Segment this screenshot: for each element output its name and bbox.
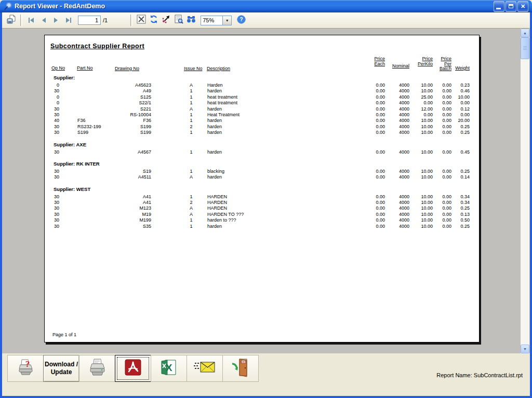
column-header-op-no: Op No xyxy=(51,66,65,71)
download-update-button[interactable]: Download / Update xyxy=(43,355,79,382)
report-cell: 1 xyxy=(186,149,196,155)
report-cell: 30 xyxy=(49,194,59,199)
toggle-group-tree-button[interactable] xyxy=(135,14,148,26)
report-cell: 0.14 xyxy=(438,174,470,180)
report-cell: Heat Treatment xyxy=(207,112,240,117)
next-page-button[interactable] xyxy=(52,16,60,24)
printer-question-icon: ? xyxy=(15,358,36,379)
report-cell: 20.00 xyxy=(438,118,470,123)
pdf-icon xyxy=(125,359,141,378)
supplier-group: Supplier: RK INTER30S191blacking0.004000… xyxy=(45,161,480,181)
report-cell: 0.25 xyxy=(438,205,470,211)
scrollbar-thumb[interactable] xyxy=(521,37,529,59)
last-page-button[interactable] xyxy=(64,16,73,24)
refresh-icon xyxy=(149,15,158,26)
report-cell: 1 xyxy=(186,224,196,229)
print-help-button[interactable]: ? xyxy=(7,355,44,382)
page-number-input[interactable] xyxy=(78,16,101,25)
report-row: 30M19AHARDEN TO ???0.00400010.000.000.13 xyxy=(45,212,480,217)
report-cell: S19 xyxy=(107,169,151,174)
scroll-down-icon[interactable]: ▼ xyxy=(521,345,529,353)
report-workspace: Subcontract Supplier Report Op No Part N… xyxy=(2,29,530,353)
report-row: 30A491harden0.00400010.000.000.46 xyxy=(45,88,480,94)
print-button[interactable] xyxy=(79,355,115,382)
minimize-button[interactable] xyxy=(494,1,504,12)
report-cell: 40 xyxy=(49,118,59,123)
window-border-right xyxy=(530,12,532,398)
report-cell: A4511 xyxy=(107,174,151,180)
report-cell: 1 xyxy=(186,130,196,135)
viewer-toolbar: /1 xyxy=(2,12,530,29)
report-row: 30A411HARDEN0.00400010.000.000.34 xyxy=(45,194,480,200)
report-cell: harden xyxy=(207,149,222,155)
search-expert-button[interactable] xyxy=(172,14,185,26)
report-cell: 2 xyxy=(186,200,196,205)
email-icon xyxy=(194,360,216,377)
excel-icon: X xyxy=(160,359,178,378)
report-cell: 0.25 xyxy=(438,130,470,135)
export-excel-button[interactable]: X xyxy=(151,355,187,382)
export-pdf-button[interactable] xyxy=(115,355,151,382)
report-viewer-window: Report Viewer - RedAntDemo ✕ xyxy=(0,0,532,398)
svg-text:X: X xyxy=(166,362,172,373)
report-cell: blacking xyxy=(207,169,224,174)
toolbar-separator xyxy=(130,15,132,26)
report-cell: 0.13 xyxy=(438,212,470,217)
toolbar-separator xyxy=(20,15,22,26)
report-cell: 0.00 xyxy=(438,112,470,117)
report-cell: 30 xyxy=(49,174,59,180)
report-cell: 0 xyxy=(49,94,59,100)
svg-text:EXIT: EXIT xyxy=(241,361,246,363)
report-cell: HARDEN xyxy=(207,194,227,199)
report-cell: 0 xyxy=(49,100,59,105)
find-text-button[interactable] xyxy=(185,14,197,26)
chevron-down-icon[interactable]: ▼ xyxy=(222,16,231,25)
report-row: 30S199S1991harden0.00400010.000.000.25 xyxy=(45,130,480,135)
report-cell: heat treatment xyxy=(207,94,237,100)
report-cell: 30 xyxy=(49,205,59,211)
report-cell: 0.50 xyxy=(438,217,470,223)
report-cell: A xyxy=(186,174,196,180)
close-button[interactable]: ✕ xyxy=(517,1,528,12)
goto-page-button[interactable] xyxy=(160,14,172,26)
report-cell: 30 xyxy=(49,149,59,155)
exit-button[interactable]: EXIT xyxy=(222,355,259,382)
report-row: 30RS232-199S1992harden0.00400010.000.000… xyxy=(45,124,480,130)
zoom-value: 75% xyxy=(201,16,222,25)
supplier-label: Supplier: xyxy=(45,75,480,83)
report-cell: 1 xyxy=(186,100,196,105)
email-button[interactable] xyxy=(187,355,223,382)
report-row: 30M1991harden to ???0.00400010.000.000.5… xyxy=(45,217,480,223)
report-title: Subcontract Supplier Report xyxy=(50,43,144,50)
vertical-scrollbar[interactable]: ▲ ▼ xyxy=(521,29,529,353)
export-report-button[interactable] xyxy=(5,14,18,26)
scroll-up-icon[interactable]: ▲ xyxy=(521,29,529,37)
report-cell: 1 xyxy=(186,118,196,123)
report-cell: RS-10004 xyxy=(107,112,151,117)
printer-icon xyxy=(87,358,108,379)
toggle-group-tree-icon xyxy=(137,15,146,26)
report-cell: 30 xyxy=(49,130,59,135)
first-page-button[interactable] xyxy=(27,16,35,24)
report-row: 40F36F361harden0.00400010.000.0020.00 xyxy=(45,118,480,123)
report-cell: 30 xyxy=(49,217,59,223)
zoom-select[interactable]: 75% ▼ xyxy=(201,16,232,25)
svg-text:?: ? xyxy=(240,17,243,22)
report-cell: 0.25 xyxy=(438,224,470,229)
window-title: Report Viewer - RedAntDemo xyxy=(15,3,494,10)
report-row: 30A412HARDEN0.00400010.000.000.34 xyxy=(45,200,480,205)
report-cell: 10.00 xyxy=(438,94,470,100)
report-cell: harden xyxy=(207,118,222,123)
report-cell: 1 xyxy=(186,94,196,100)
maximize-button[interactable] xyxy=(506,1,516,12)
report-cell: 0.25 xyxy=(438,169,470,174)
refresh-button[interactable] xyxy=(148,14,160,26)
report-cell: Harden xyxy=(207,83,223,88)
help-button[interactable]: ? xyxy=(235,14,247,26)
previous-page-button[interactable] xyxy=(39,16,48,24)
report-cell: A49 xyxy=(107,88,151,93)
report-row: 30M123AHARDEN0.00400010.000.000.25 xyxy=(45,205,480,211)
report-cell: A xyxy=(186,83,196,88)
report-cell: 0.46 xyxy=(438,88,470,93)
titlebar[interactable]: Report Viewer - RedAntDemo ✕ xyxy=(0,0,532,12)
